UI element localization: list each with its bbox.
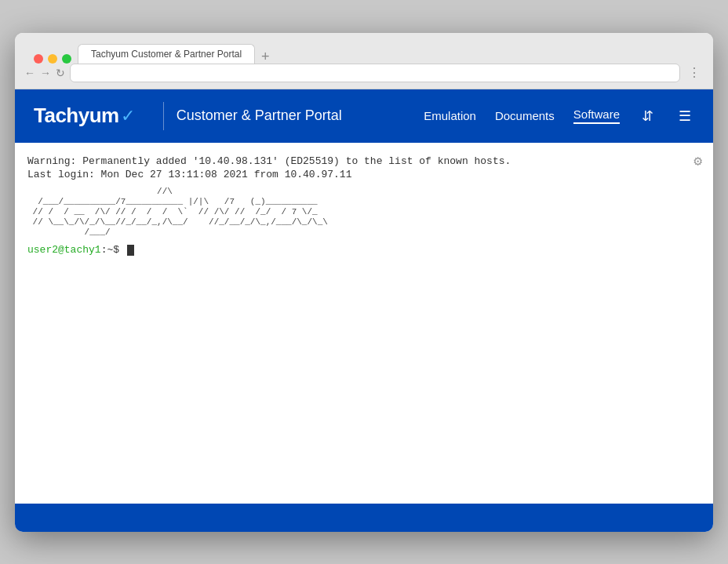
sort-icon[interactable]: ⇵ (639, 104, 657, 128)
terminal-warning: Warning: Permanently added '10.40.98.131… (27, 155, 701, 167)
terminal-area: ⚙ Warning: Permanently added '10.40.98.1… (15, 143, 713, 504)
site-footer (15, 504, 713, 532)
nav-documents[interactable]: Documents (495, 109, 555, 122)
browser-chrome: Tachyum Customer & Partner Portal + ← → … (15, 33, 713, 89)
gear-icon[interactable]: ⚙ (693, 152, 702, 169)
header-divider (163, 102, 164, 130)
tab-bar: Tachyum Customer & Partner Portal + (24, 41, 704, 64)
terminal-prompt: user2@tachy1:~$ (27, 244, 701, 256)
logo-area: Tachyum ✓ (34, 104, 135, 128)
terminal-login: Last login: Mon Dec 27 13:11:08 2021 fro… (27, 169, 701, 180)
minimize-button[interactable] (48, 54, 57, 64)
ascii-art: //\ /___/__________/7___________ |/|\ /7… (27, 187, 701, 238)
address-bar-row: ← → ↻ ⋮ (24, 64, 704, 82)
close-button[interactable] (34, 54, 43, 64)
browser-menu-button[interactable]: ⋮ (685, 65, 704, 80)
prompt-symbol: :~$ (101, 244, 119, 256)
browser-window: Tachyum Customer & Partner Portal + ← → … (15, 33, 713, 532)
nav-emulation[interactable]: Emulation (424, 109, 476, 122)
nav-software[interactable]: Software (573, 107, 620, 124)
terminal-cursor[interactable] (127, 245, 134, 256)
menu-hamburger-icon[interactable]: ☰ (675, 104, 694, 128)
site-nav: Emulation Documents Software ⇵ ☰ (424, 104, 694, 128)
traffic-lights (34, 54, 71, 64)
logo-checkmark-icon: ✓ (121, 106, 135, 126)
back-button[interactable]: ← (24, 67, 35, 79)
logo-text: Tachyum (34, 104, 119, 128)
tab-label: Tachyum Customer & Partner Portal (91, 49, 242, 60)
prompt-username: user2@tachy1 (27, 244, 101, 256)
portal-title: Customer & Partner Portal (177, 107, 342, 124)
browser-tab[interactable]: Tachyum Customer & Partner Portal (78, 44, 255, 64)
site-header: Tachyum ✓ Customer & Partner Portal Emul… (15, 89, 713, 143)
new-tab-button[interactable]: + (255, 49, 276, 64)
maximize-button[interactable] (62, 54, 71, 64)
reload-button[interactable]: ↻ (56, 67, 65, 79)
address-input[interactable] (70, 64, 680, 82)
forward-button[interactable]: → (40, 67, 51, 79)
